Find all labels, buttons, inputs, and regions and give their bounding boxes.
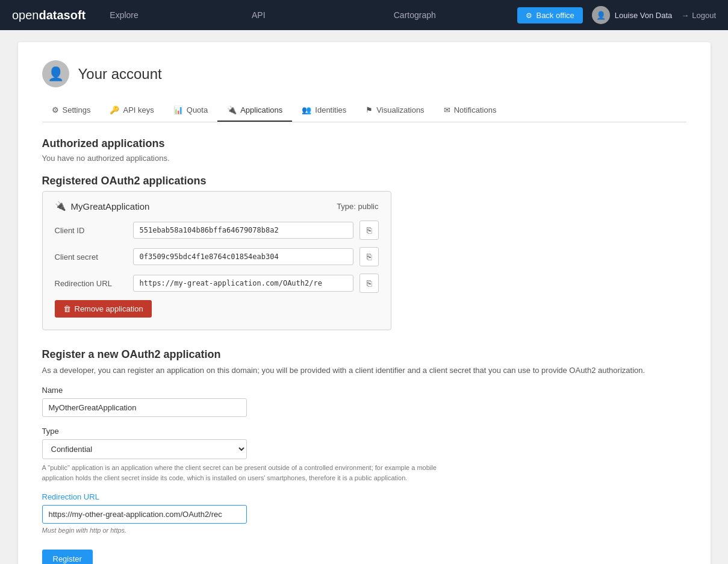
copy-redirect-url-button[interactable]: ⎘ xyxy=(359,274,379,293)
visualizations-icon: ⚑ xyxy=(366,105,373,114)
client-id-label: Client ID xyxy=(55,226,127,235)
user-info: 👤 Louise Von Data xyxy=(592,6,672,24)
client-secret-label: Client secret xyxy=(55,252,127,262)
name-group: Name xyxy=(42,386,686,417)
remove-application-button[interactable]: 🗑 Remove application xyxy=(55,300,152,318)
brand-logo: opendatasoft xyxy=(12,8,86,22)
tab-visualizations[interactable]: ⚑ Visualizations xyxy=(356,99,434,122)
tab-quota[interactable]: 📊 Quota xyxy=(164,99,217,122)
redirect-url-input[interactable] xyxy=(133,275,353,292)
quota-icon: 📊 xyxy=(173,105,183,114)
authorized-apps-section: Authorized applications You have no auth… xyxy=(42,137,686,163)
notifications-icon: ✉ xyxy=(444,105,450,114)
client-id-input[interactable] xyxy=(133,222,353,239)
copy-client-secret-button[interactable]: ⎘ xyxy=(359,247,379,266)
redirect-hint: Must begin with http or https. xyxy=(42,527,686,534)
authorized-apps-empty: You have no authorized applications. xyxy=(42,154,686,163)
account-avatar-icon: 👤 xyxy=(48,66,64,82)
tab-applications-label: Applications xyxy=(240,105,282,114)
tab-settings-label: Settings xyxy=(63,105,91,114)
type-hint: A "public" application is an application… xyxy=(42,463,464,483)
tab-quota-label: Quota xyxy=(187,105,208,114)
account-header: 👤 Your account xyxy=(42,60,686,87)
settings-icon: ⚙ xyxy=(52,105,59,114)
nav-links: Explore API Cartograph xyxy=(110,10,517,20)
nav-cartograph[interactable]: Cartograph xyxy=(394,10,518,20)
copy-client-secret-icon: ⎘ xyxy=(367,252,372,262)
tab-api-keys-label: API keys xyxy=(123,105,154,114)
copy-client-id-button[interactable]: ⎘ xyxy=(359,221,379,240)
avatar: 👤 xyxy=(592,6,610,24)
tab-applications[interactable]: 🔌 Applications xyxy=(217,99,292,122)
redirect-label: Redirection URL xyxy=(42,492,686,501)
logout-label: Logout xyxy=(692,11,716,20)
tab-api-keys[interactable]: 🔑 API keys xyxy=(100,99,163,122)
navbar: opendatasoft Explore API Cartograph Back… xyxy=(0,0,728,30)
type-label: Type xyxy=(42,427,686,436)
redirect-input[interactable] xyxy=(42,505,247,524)
tab-identities[interactable]: 👥 Identities xyxy=(292,99,356,122)
copy-redirect-url-icon: ⎘ xyxy=(367,278,372,288)
app-type: Type: public xyxy=(337,202,378,211)
remove-label: Remove application xyxy=(75,304,143,313)
backoffice-label: Back office xyxy=(536,11,574,20)
avatar-icon: 👤 xyxy=(596,11,606,20)
navbar-right: Back office 👤 Louise Von Data → Logout xyxy=(517,6,716,24)
app-card: 🔌 MyGreatApplication Type: public Client… xyxy=(42,191,391,330)
tab-notifications-label: Notifications xyxy=(454,105,497,114)
type-select[interactable]: Public Confidential xyxy=(42,439,247,459)
name-input[interactable] xyxy=(42,398,247,417)
client-secret-input[interactable] xyxy=(133,248,353,265)
backoffice-button[interactable]: Back office xyxy=(517,7,582,24)
redirect-group: Redirection URL Must begin with http or … xyxy=(42,492,686,534)
user-name: Louise Von Data xyxy=(615,11,672,20)
authorized-apps-title: Authorized applications xyxy=(42,137,686,150)
client-secret-row: Client secret ⎘ xyxy=(55,247,379,266)
trash-icon: 🗑 xyxy=(63,304,71,313)
client-id-row: Client ID ⎘ xyxy=(55,221,379,240)
brand-open: open xyxy=(12,8,39,22)
api-keys-icon: 🔑 xyxy=(110,105,119,114)
tab-visualizations-label: Visualizations xyxy=(376,105,424,114)
register-new-title: Register a new OAuth2 application xyxy=(42,348,686,361)
tab-bar: ⚙ Settings 🔑 API keys 📊 Quota 🔌 Applicat… xyxy=(42,99,686,122)
page-title: Your account xyxy=(78,66,162,83)
tab-notifications[interactable]: ✉ Notifications xyxy=(434,99,506,122)
tab-identities-label: Identities xyxy=(315,105,346,114)
page-container: 👤 Your account ⚙ Settings 🔑 API keys 📊 Q… xyxy=(18,42,711,564)
register-button[interactable]: Register xyxy=(42,550,93,564)
app-card-header: 🔌 MyGreatApplication Type: public xyxy=(55,201,379,212)
register-new-section: Register a new OAuth2 application As a d… xyxy=(42,348,686,564)
identities-icon: 👥 xyxy=(302,105,311,114)
brand-data: datasoft xyxy=(39,8,86,22)
account-avatar: 👤 xyxy=(42,60,69,87)
backoffice-icon xyxy=(526,11,532,20)
app-name-text: MyGreatApplication xyxy=(71,201,150,212)
app-name: 🔌 MyGreatApplication xyxy=(55,201,150,212)
logout-button[interactable]: → Logout xyxy=(681,11,716,20)
type-group: Type Public Confidential A "public" appl… xyxy=(42,427,686,483)
app-puzzle-icon: 🔌 xyxy=(55,201,66,212)
applications-icon: 🔌 xyxy=(227,105,237,114)
redirect-url-row: Redirection URL ⎘ xyxy=(55,274,379,293)
redirect-url-label: Redirection URL xyxy=(55,279,127,288)
name-label: Name xyxy=(42,386,686,395)
tab-settings[interactable]: ⚙ Settings xyxy=(42,99,101,122)
register-new-desc: As a developer, you can register an appl… xyxy=(42,366,686,375)
nav-api[interactable]: API xyxy=(252,10,376,20)
registered-apps-title: Registered OAuth2 applications xyxy=(42,175,686,187)
registered-apps-section: Registered OAuth2 applications 🔌 MyGreat… xyxy=(42,175,686,330)
copy-client-id-icon: ⎘ xyxy=(367,225,372,235)
logout-icon: → xyxy=(681,11,689,20)
nav-explore[interactable]: Explore xyxy=(110,10,234,20)
